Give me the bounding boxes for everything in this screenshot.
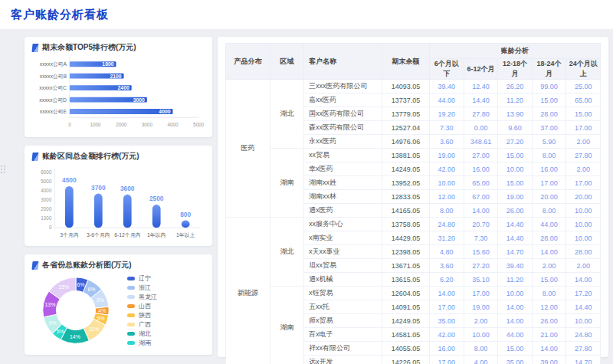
cell-aging-0[interactable]: 31.20 [430, 231, 464, 245]
cell-aging-4[interactable]: 10.00 [566, 218, 601, 231]
cell-aging-2[interactable]: 14.40 [498, 231, 533, 245]
cell-aging-1[interactable]: 16.00 [464, 162, 498, 176]
cell-aging-4[interactable]: 14.40 [566, 300, 601, 314]
cell-aging-0[interactable]: 7.30 [430, 121, 464, 135]
cell-aging-4[interactable]: 25.00 [566, 80, 601, 93]
cell-aging-1[interactable]: 7.30 [464, 231, 498, 245]
legend-item-湖北[interactable]: 湖北 [127, 329, 157, 338]
cell-aging-4[interactable]: 17.20 [566, 287, 601, 300]
cell-aging-4[interactable]: 10.00 [566, 231, 601, 245]
cell-aging-2[interactable]: 26.00 [498, 204, 533, 218]
cell-aging-4[interactable]: 27.80 [566, 342, 601, 356]
cell-aging-4[interactable]: 2.00 [566, 135, 601, 149]
cell-aging-4[interactable]: 17.00 [566, 176, 601, 190]
cell-aging-4[interactable]: 15.00 [566, 107, 601, 121]
legend-item-陕西[interactable]: 陕西 [127, 310, 157, 320]
cell-aging-3[interactable]: 15.00 [532, 273, 566, 287]
cell-aging-2[interactable]: 11.20 [498, 93, 533, 107]
cell-aging-3[interactable]: 16.00 [532, 162, 566, 176]
legend-item-黑龙江[interactable]: 黑龙江 [127, 292, 157, 301]
cell-aging-0[interactable]: 17.00 [430, 300, 464, 314]
top5-bar-4[interactable] [70, 109, 173, 114]
cell-aging-0[interactable]: 44.00 [430, 93, 464, 107]
cell-aging-2[interactable]: 10.00 [498, 162, 533, 176]
cell-aging-4[interactable]: 10.00 [566, 314, 601, 328]
cell-aging-1[interactable]: 348.61 [464, 135, 498, 149]
cell-aging-4[interactable]: 2.00 [566, 259, 601, 273]
panel-drag-handle-icon[interactable] [1, 166, 7, 175]
cell-aging-1[interactable]: 2.00 [464, 314, 498, 328]
cell-aging-4[interactable]: 17.00 [566, 121, 601, 135]
cell-aging-2[interactable]: 9.60 [498, 121, 533, 135]
cell-aging-2[interactable]: 19.00 [498, 190, 533, 204]
cell-aging-0[interactable]: 14.00 [430, 287, 464, 300]
cell-aging-1[interactable]: 0.00 [464, 121, 498, 135]
cell-aging-2[interactable]: 10.00 [498, 287, 533, 300]
cell-aging-1[interactable]: 19.00 [464, 300, 498, 314]
cell-aging-4[interactable]: 65.00 [566, 93, 601, 107]
cell-aging-2[interactable]: 35.00 [498, 356, 533, 364]
cell-aging-1[interactable]: 14.00 [464, 204, 498, 218]
cell-aging-1[interactable]: 27.00 [464, 149, 498, 162]
cell-aging-1[interactable]: 20.70 [464, 218, 498, 231]
cell-aging-0[interactable]: 8.00 [430, 204, 464, 218]
cell-aging-2[interactable]: 15.00 [498, 176, 533, 190]
cell-aging-3[interactable]: 14.00 [532, 245, 566, 259]
cell-aging-2[interactable]: 26.20 [498, 80, 533, 93]
range-bar-4[interactable] [182, 221, 190, 228]
range-bar-3[interactable] [152, 205, 161, 228]
top5-bar-chart[interactable]: xxxxx公司A1800xxxxx公司B2100xxxxx公司C2400xxxx… [32, 54, 205, 132]
cell-aging-1[interactable]: 12.40 [464, 80, 498, 93]
legend-item-山西[interactable]: 山西 [127, 301, 157, 310]
cell-aging-2[interactable]: 14.40 [498, 218, 533, 231]
cell-aging-4[interactable]: 14.00 [566, 273, 601, 287]
range-bar-1[interactable] [94, 194, 103, 228]
cell-aging-1[interactable]: 35.10 [464, 273, 498, 287]
cell-aging-0[interactable]: 6.20 [430, 273, 464, 287]
cell-aging-2[interactable]: 27.20 [498, 135, 533, 149]
cell-aging-2[interactable]: 11.20 [498, 273, 533, 287]
cell-aging-2[interactable]: 44.00 [498, 328, 533, 342]
cell-aging-3[interactable]: 26.00 [532, 314, 566, 328]
cell-aging-1[interactable]: 10.00 [464, 328, 498, 342]
cell-aging-3[interactable]: 99.00 [532, 80, 566, 93]
range-bar-2[interactable] [123, 195, 132, 228]
cell-aging-3[interactable]: 17.00 [532, 176, 566, 190]
cell-aging-4[interactable]: 10.00 [566, 204, 601, 218]
cell-aging-0[interactable]: 16.00 [430, 342, 464, 356]
cell-aging-1[interactable]: 4.00 [464, 356, 498, 364]
cell-aging-3[interactable]: 44.00 [532, 218, 566, 231]
range-bar-0[interactable] [65, 186, 74, 228]
cell-aging-0[interactable]: 17.00 [430, 356, 464, 364]
cell-aging-3[interactable]: 8.00 [532, 287, 566, 300]
cell-aging-3[interactable]: 21.00 [532, 328, 566, 342]
cell-aging-3[interactable]: 39.00 [532, 356, 566, 364]
cell-aging-2[interactable]: 14.00 [498, 300, 533, 314]
cell-aging-3[interactable]: 15.00 [532, 93, 566, 107]
cell-aging-1[interactable]: 67.00 [464, 190, 498, 204]
legend-item-湖南[interactable]: 湖南 [127, 338, 157, 347]
cell-aging-4[interactable]: 2.00 [566, 162, 601, 176]
cell-aging-3[interactable]: 20.00 [532, 190, 566, 204]
cell-aging-0[interactable]: 39.40 [430, 80, 464, 93]
cell-aging-0[interactable]: 3.60 [430, 135, 464, 149]
legend-item-广西[interactable]: 广西 [127, 320, 157, 329]
cell-aging-1[interactable]: 8.00 [464, 342, 498, 356]
cell-aging-2[interactable]: 13.90 [498, 107, 533, 121]
cell-aging-2[interactable]: 15.00 [498, 342, 533, 356]
cell-aging-4[interactable]: 24.80 [566, 328, 601, 342]
cell-aging-2[interactable]: 39.40 [498, 259, 533, 273]
cell-aging-2[interactable]: 14.00 [498, 314, 533, 328]
cell-aging-0[interactable]: 19.20 [430, 107, 464, 121]
cell-aging-3[interactable]: 12.00 [532, 300, 566, 314]
cell-aging-0[interactable]: 42.00 [430, 328, 464, 342]
legend-item-辽宁[interactable]: 辽宁 [127, 274, 157, 283]
cell-aging-3[interactable]: 28.00 [532, 107, 566, 121]
cell-aging-4[interactable]: 28.00 [566, 245, 601, 259]
cell-aging-4[interactable]: 20.00 [566, 190, 601, 204]
cell-aging-0[interactable]: 42.00 [430, 162, 464, 176]
cell-aging-2[interactable]: 15.00 [498, 149, 533, 162]
cell-aging-3[interactable]: 8.00 [532, 149, 566, 162]
cell-aging-3[interactable]: 2.00 [532, 259, 566, 273]
cell-aging-0[interactable]: 3.60 [430, 259, 464, 273]
